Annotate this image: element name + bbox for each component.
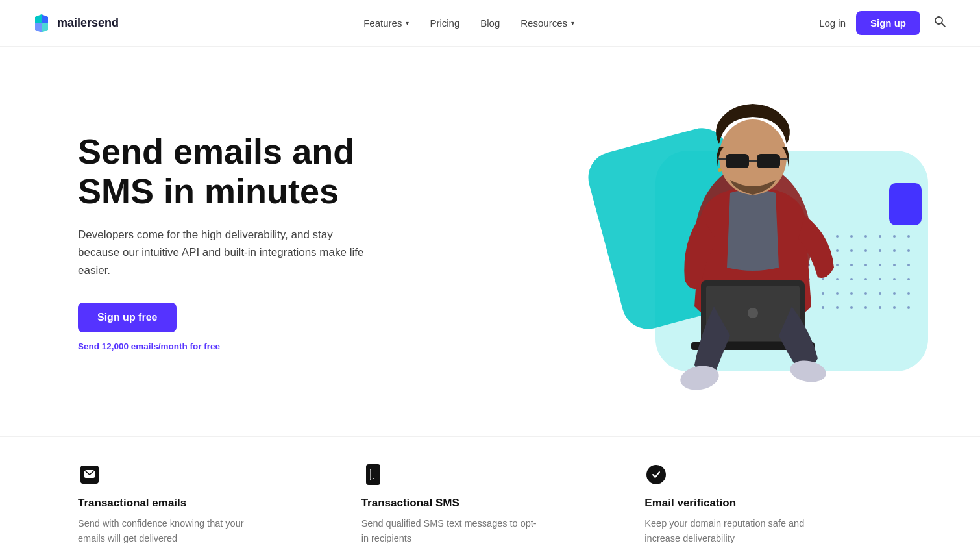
feature-verify-desc: Keep your domain reputation safe and inc… <box>644 516 826 546</box>
feature-emails-title: Transactional emails <box>78 497 336 510</box>
svg-rect-9 <box>757 154 780 168</box>
nav-resources[interactable]: Resources ▾ <box>521 18 574 29</box>
svg-marker-2 <box>42 14 48 23</box>
signup-button[interactable]: Sign up <box>856 11 920 35</box>
svg-point-22 <box>373 478 374 479</box>
logo-icon <box>31 13 52 34</box>
feature-verify: Email verification Keep your domain repu… <box>644 463 928 546</box>
feature-sms-desc: Send qualified SMS text messages to opt-… <box>361 516 543 546</box>
login-button[interactable]: Log in <box>819 18 846 29</box>
logo-link[interactable]: mailersend <box>31 13 119 34</box>
svg-line-5 <box>942 23 945 27</box>
svg-rect-8 <box>726 154 749 168</box>
search-icon <box>933 18 946 31</box>
svg-marker-0 <box>35 14 42 23</box>
sms-feature-icon <box>361 463 385 486</box>
feature-verify-title: Email verification <box>644 497 902 510</box>
bg-shape-purple <box>889 183 922 225</box>
nav-pricing[interactable]: Pricing <box>430 18 459 29</box>
hero-note: Send 12,000 emails/month for free <box>78 342 370 351</box>
verify-feature-icon <box>644 463 668 486</box>
svg-point-4 <box>935 17 942 24</box>
feature-sms: Transactional SMS Send qualified SMS tex… <box>361 463 645 546</box>
hero-illustration <box>565 86 928 397</box>
hero-content: Send emails and SMS in minutes Developer… <box>78 132 370 351</box>
svg-marker-1 <box>35 23 42 32</box>
feature-emails-desc: Send with confidence knowing that your e… <box>78 516 260 546</box>
nav-links: Features ▾ Pricing Blog Resources ▾ <box>363 18 574 29</box>
person-illustration <box>617 86 889 397</box>
hero-section: Send emails and SMS in minutes Developer… <box>0 47 980 436</box>
hero-title: Send emails and SMS in minutes <box>78 132 370 210</box>
features-section: Transactional emails Send with confidenc… <box>0 436 980 548</box>
feature-emails: Transactional emails Send with confidenc… <box>78 463 361 546</box>
hero-note-suffix: /month for free <box>158 342 220 351</box>
feature-sms-title: Transactional SMS <box>361 497 619 510</box>
navbar: mailersend Features ▾ Pricing Blog Resou… <box>0 0 980 47</box>
svg-point-15 <box>748 308 758 318</box>
signup-free-button[interactable]: Sign up free <box>78 303 177 332</box>
logo-text: mailersend <box>57 16 119 30</box>
svg-point-19 <box>718 168 722 172</box>
resources-chevron-icon: ▾ <box>571 19 574 27</box>
nav-actions: Log in Sign up <box>819 11 949 35</box>
features-chevron-icon: ▾ <box>406 19 409 27</box>
search-button[interactable] <box>931 12 949 34</box>
hero-subtitle: Developers come for the high deliverabil… <box>78 226 370 279</box>
svg-marker-3 <box>42 23 48 32</box>
email-feature-icon <box>78 463 101 486</box>
nav-blog[interactable]: Blog <box>480 18 500 29</box>
nav-features[interactable]: Features ▾ <box>363 18 409 29</box>
